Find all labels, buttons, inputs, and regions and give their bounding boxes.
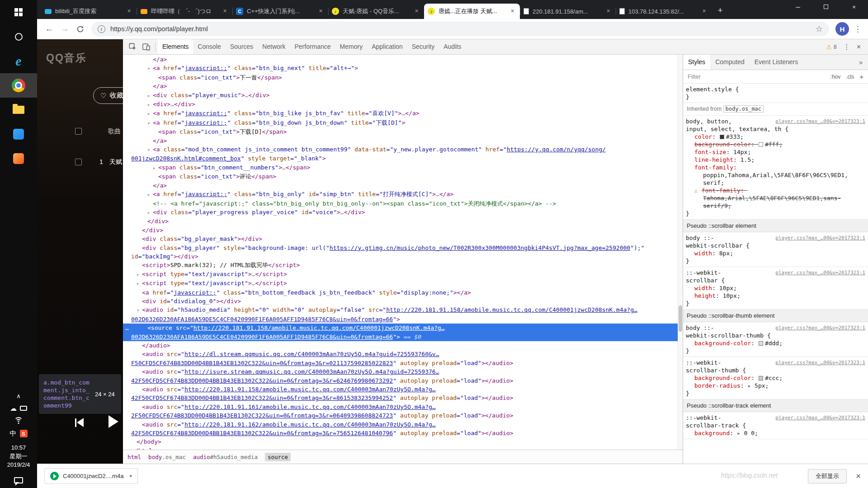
code-line[interactable]: </a> <box>123 181 683 190</box>
code-line[interactable]: <div id="divdialog_0"></div> <box>123 297 683 305</box>
code-line[interactable]: <audio src="http://220.181.91.158/amobil… <box>123 385 683 394</box>
song-row-title[interactable]: 天赋 <box>109 158 122 166</box>
code-line[interactable]: ▸<script type="text/javascript">…</scrip… <box>123 270 683 279</box>
code-line[interactable]: ▾<a class="mod_btn_comment js_into_comme… <box>123 145 683 154</box>
address-bar[interactable]: https://y.qq.com/portal/player.html ☆ <box>91 22 829 36</box>
browser-tab[interactable]: 220.181.91.158/am...× <box>520 4 616 19</box>
sidebar-overflow-icon[interactable]: » <box>859 59 868 66</box>
toggle-hover-button[interactable]: :hov <box>830 74 841 80</box>
sidebar-tab-event-listeners[interactable]: Event Listeners <box>750 55 803 70</box>
devtools-tab-performance[interactable]: Performance <box>290 39 335 54</box>
wifi-icon[interactable] <box>14 417 24 424</box>
browser-tab[interactable]: 唐嫣...正在播放 天赋...× <box>424 4 520 19</box>
code-line[interactable]: F50CFD5CF674B83DD00D4BB1B43EB1302C322&ui… <box>123 359 683 367</box>
code-line[interactable]: ▸<div class="player_progress player_voic… <box>123 208 683 217</box>
code-line[interactable]: </a> <box>123 82 683 90</box>
devtools-tab-application[interactable]: Application <box>367 39 407 54</box>
forward-button[interactable]: → <box>57 21 72 37</box>
browser-tab[interactable]: C++快速入门系列|...× <box>232 4 328 19</box>
color-swatch[interactable] <box>720 135 724 139</box>
inherited-node-link[interactable]: body.os_mac <box>723 105 764 113</box>
new-tab-button[interactable]: + <box>713 4 727 17</box>
code-line[interactable]: </div> <box>123 217 683 225</box>
code-line[interactable]: <span class="icon_txt">评论</span> <box>123 172 683 181</box>
expand-arrow-icon[interactable]: ▸ <box>137 270 142 279</box>
taskbar-app-app-orange[interactable] <box>0 146 37 171</box>
close-window-button[interactable]: × <box>840 0 868 14</box>
code-line[interactable]: </body> <box>123 437 683 446</box>
code-line[interactable]: <span class="icon_txt">下载[D]</span> <box>123 127 683 136</box>
stylesheet-link[interactable]: player.css?max_…00&v=2017323:1 <box>775 269 865 277</box>
code-line[interactable]: ▸<script type="text/javascript">…</scrip… <box>123 279 683 288</box>
devtools-tab-console[interactable]: Console <box>193 39 225 54</box>
action-center-icon[interactable] <box>14 477 23 483</box>
new-style-rule-button[interactable]: + <box>859 73 863 80</box>
browser-tab[interactable]: 103.78.124.135:82/...× <box>616 4 712 19</box>
code-line[interactable]: <div class="bg_player_mask"></div> <box>123 235 683 243</box>
css-property[interactable]: font-family: poppin,Tahoma,Arial,\5FAE\8… <box>686 164 865 187</box>
code-line[interactable]: </audio> <box>123 341 683 350</box>
css-property[interactable]: height: 10px; <box>686 292 865 300</box>
devtools-tab-sources[interactable]: Sources <box>226 39 258 54</box>
code-line[interactable]: <audio src="http://220.181.91.161/amobil… <box>123 403 683 411</box>
css-property[interactable]: width: 8px; <box>686 249 865 257</box>
code-line[interactable]: 42F50CFD5CF674B83DD00D4BB1B43EB1302C322&… <box>123 394 683 402</box>
sidebar-tab-styles[interactable]: Styles <box>683 55 710 70</box>
code-line[interactable]: ▸<span class="btn_comment__numbers">…</s… <box>123 163 683 172</box>
maximize-button[interactable] <box>812 0 840 14</box>
code-line[interactable]: 2F50CFD5CF674B83DD00D4BB1B43EB1302C322&u… <box>123 411 683 420</box>
code-line[interactable]: ▸<div class="player_music">…</div> <box>123 91 683 100</box>
styles-filter-input[interactable]: Filter <box>688 73 701 80</box>
expand-arrow-icon[interactable]: ▾ <box>147 145 153 154</box>
reload-button[interactable] <box>72 21 88 37</box>
code-line[interactable]: 42F50CFD5CF674B83DD00D4BB1B43EB1302C322&… <box>123 429 683 437</box>
expand-arrow-icon[interactable]: ▸ <box>153 164 158 172</box>
code-line[interactable]: <span class="icon_txt">下一首</span> <box>123 73 683 82</box>
taskbar-app-chrome[interactable] <box>0 73 37 98</box>
color-swatch[interactable] <box>759 376 763 380</box>
color-swatch[interactable] <box>759 142 763 147</box>
tab-close-icon[interactable]: × <box>221 8 229 15</box>
stylesheet-link[interactable]: player.css?max_…00&v=2017323:1 <box>775 117 865 125</box>
css-property[interactable]: line-height: 1.5; <box>686 156 865 164</box>
breadcrumb-item[interactable]: body.os_mac <box>148 454 186 460</box>
taskbar-app-edge[interactable] <box>0 49 37 73</box>
tab-close-icon[interactable]: × <box>413 8 420 15</box>
devtools-tab-memory[interactable]: Memory <box>335 39 368 54</box>
node-menu-icon[interactable]: … <box>125 324 129 332</box>
code-line[interactable]: 002D6326D230AFA186A59DE5C4CE0420990F1F6A… <box>123 333 683 341</box>
bookmark-star-icon[interactable]: ☆ <box>816 24 823 34</box>
tab-close-icon[interactable]: × <box>317 8 325 15</box>
code-line[interactable]: <audio src="http://220.181.91.162/amobil… <box>123 420 683 429</box>
code-line[interactable]: 001jzwcD208snK.html#comment_box" style t… <box>123 154 683 163</box>
browser-menu-icon[interactable]: ⋮ <box>852 24 863 34</box>
expand-arrow-icon[interactable]: ▾ <box>147 64 153 73</box>
stylesheet-link[interactable]: player.css?max_…00&v=2017323:1 <box>775 324 865 332</box>
profile-avatar[interactable]: H <box>835 22 849 36</box>
code-line[interactable]: <!-- <a href="javascript:;" class="btn_b… <box>123 199 683 208</box>
css-property[interactable]: font-size: 14px; <box>686 148 865 156</box>
code-line[interactable]: 002D6326D230AFA186A59DE5C4CF0420990F1F6A… <box>123 315 683 324</box>
css-property[interactable]: border-radius: ▸ 5px; <box>686 382 865 389</box>
download-caret-icon[interactable]: ▾ <box>129 473 132 479</box>
tab-close-icon[interactable]: × <box>125 8 133 15</box>
expand-arrow-icon[interactable]: ▸ <box>137 279 142 288</box>
code-line[interactable]: ▸<a href="javascript:;" class="btn_big_o… <box>123 190 683 199</box>
close-devtools-icon[interactable]: × <box>857 43 861 51</box>
code-line[interactable]: <script>SPD.mark(32); // HTML加载完毕</scrip… <box>123 261 683 269</box>
minimize-button[interactable]: ─ <box>784 0 812 14</box>
expand-arrow-icon[interactable]: ▸ <box>147 91 153 100</box>
code-line[interactable]: <audio src="http://dl.stream.qqmusic.qq.… <box>123 350 683 358</box>
css-property[interactable]: background-color: #ddd; <box>686 339 865 347</box>
back-button[interactable]: ← <box>42 21 57 37</box>
devtools-tab-audits[interactable]: Audits <box>439 39 466 54</box>
sogou-input-icon[interactable] <box>20 430 28 437</box>
monitor-icon[interactable] <box>20 406 27 411</box>
code-line[interactable]: ▾<a href="javascript:;" class="btn_big_d… <box>123 118 683 127</box>
expand-arrow-icon[interactable]: ▸ <box>147 190 153 199</box>
devtools-tab-security[interactable]: Security <box>407 39 439 54</box>
expand-arrow-icon[interactable]: ▸ <box>147 208 153 217</box>
css-property[interactable]: background: ▸ 0 0; <box>686 429 865 437</box>
css-property[interactable]: background-color: #ccc; <box>686 374 865 382</box>
download-item[interactable]: C400001jzwcD2....m4a ▾ <box>44 468 138 484</box>
